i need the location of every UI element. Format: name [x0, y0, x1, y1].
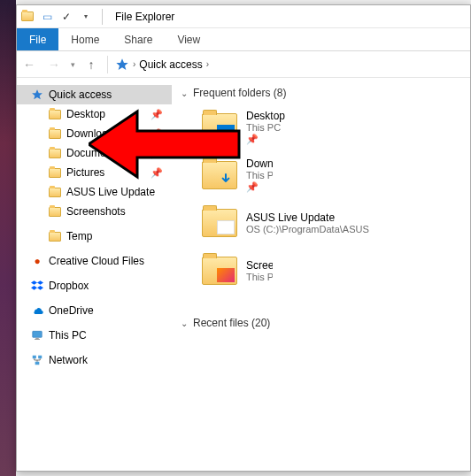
tile-sub: This PC [246, 272, 273, 282]
file-explorer-window: ▭ ✓ ▾ File Explorer File Home Share View… [16, 4, 471, 472]
folder-icon [47, 127, 63, 141]
folder-icon [47, 204, 63, 219]
window-title: File Explorer [115, 11, 174, 23]
sidebar-item-documents[interactable]: Documents 📌 [17, 143, 172, 163]
tile-sub: This PC [246, 122, 285, 133]
back-button[interactable]: ← [17, 51, 42, 78]
section-recent-header[interactable]: ⌄ Recent files (20) [181, 317, 465, 329]
sidebar-item-label: This PC [49, 329, 87, 342]
svg-rect-6 [38, 356, 42, 359]
tile-screenshots[interactable]: Screenshots This PC [202, 251, 273, 290]
qat-properties-icon[interactable]: ▭ [40, 10, 54, 24]
sidebar-item-label: Screenshots [66, 205, 126, 218]
navigation-pane: Quick access Desktop 📌 Downloads 📌 Docum… [17, 78, 172, 471]
window-icon [20, 10, 35, 24]
sidebar-item-pictures[interactable]: Pictures 📌 [17, 163, 172, 182]
sidebar-item-dropbox[interactable]: Dropbox [17, 276, 172, 296]
breadcrumb-root[interactable]: Quick access [139, 58, 202, 71]
sidebar-item-label: Pictures [66, 166, 104, 179]
folder-icon [202, 110, 241, 145]
tab-share[interactable]: Share [112, 28, 165, 50]
network-icon [29, 353, 45, 367]
quick-access-star-icon [115, 58, 129, 72]
pin-icon: 📌 [151, 109, 163, 120]
sidebar-item-desktop[interactable]: Desktop 📌 [17, 104, 172, 124]
dropbox-icon [29, 279, 45, 293]
folder-icon [202, 205, 241, 241]
section-frequent-header[interactable]: ⌄ Frequent folders (8) [181, 87, 465, 99]
svg-marker-0 [116, 58, 127, 70]
sidebar-item-temp[interactable]: Temp [17, 226, 172, 246]
star-icon [29, 88, 45, 102]
sidebar-item-screenshots[interactable]: Screenshots [17, 202, 172, 221]
svg-rect-5 [33, 356, 36, 359]
sidebar-item-label: Network [49, 354, 88, 366]
address-bar: ← → ▾ ↑ › Quick access › [17, 51, 470, 78]
chevron-down-icon: ⌄ [181, 88, 188, 98]
folder-icon [202, 253, 241, 288]
frequent-folders-grid: Desktop This PC 📌 Downloads This PC 📌 [202, 108, 465, 290]
sidebar-item-label: Desktop [66, 108, 105, 120]
tab-view[interactable]: View [165, 28, 212, 50]
tile-sub: OS (C:)\ProgramData\ASUS [246, 224, 369, 234]
titlebar: ▭ ✓ ▾ File Explorer [17, 5, 470, 28]
sidebar-item-label: OneDrive [49, 304, 94, 317]
onedrive-icon [29, 303, 45, 318]
svg-rect-7 [35, 362, 40, 365]
up-button[interactable]: ↑ [79, 51, 104, 78]
tile-asus[interactable]: ASUS Live Update OS (C:)\ProgramData\ASU… [202, 203, 379, 242]
sidebar-item-label: Temp [66, 230, 92, 242]
tile-name: Downloads [246, 157, 273, 170]
desktop-background-strip [0, 0, 16, 476]
chevron-right-icon: › [206, 59, 209, 69]
forward-button[interactable]: → [42, 51, 66, 78]
pin-icon: 📌 [151, 128, 163, 140]
sidebar-item-label: Documents [66, 147, 120, 159]
folder-icon [47, 146, 63, 160]
chevron-right-icon: › [133, 59, 135, 69]
svg-rect-2 [33, 331, 42, 337]
sidebar-item-asus[interactable]: ASUS Live Update [17, 182, 172, 202]
sidebar-item-label: Creative Cloud Files [49, 255, 144, 267]
creative-cloud-icon: ● [29, 254, 45, 268]
folder-icon [47, 107, 63, 121]
chevron-down-icon: ⌄ [181, 319, 188, 328]
sidebar-item-label: Downloads [66, 127, 119, 140]
sidebar-item-onedrive[interactable]: OneDrive [17, 301, 172, 320]
section-label: Frequent folders (8) [193, 87, 286, 99]
folder-icon [47, 165, 63, 180]
folder-icon [47, 229, 63, 243]
sidebar-item-downloads[interactable]: Downloads 📌 [17, 124, 172, 143]
tile-downloads[interactable]: Downloads This PC 📌 [202, 156, 273, 195]
pin-icon: 📌 [151, 167, 163, 179]
breadcrumb[interactable]: › Quick access › [115, 58, 209, 72]
sidebar-item-network[interactable]: Network [17, 350, 172, 370]
tile-name: Desktop [246, 110, 285, 122]
qat-dropdown-icon[interactable]: ▾ [79, 10, 93, 24]
svg-rect-3 [35, 338, 39, 339]
sidebar-item-this-pc[interactable]: This PC [17, 326, 172, 345]
pin-icon: 📌 [246, 181, 273, 193]
folder-icon [202, 157, 241, 193]
svg-marker-1 [32, 89, 42, 99]
tile-name: Screenshots [246, 259, 273, 272]
sidebar-item-quick-access[interactable]: Quick access [17, 85, 172, 104]
ribbon-tabs: File Home Share View [17, 28, 470, 51]
sidebar-item-label: ASUS Live Update [66, 186, 155, 198]
tile-desktop[interactable]: Desktop This PC 📌 [202, 108, 379, 147]
sidebar-item-label: Quick access [49, 88, 112, 101]
folder-icon [47, 185, 63, 199]
recent-dropdown[interactable]: ▾ [66, 51, 79, 78]
qat-newfolder-icon[interactable]: ✓ [59, 10, 73, 24]
this-pc-icon [29, 328, 45, 342]
sidebar-item-creative-cloud[interactable]: ● Creative Cloud Files [17, 251, 172, 271]
pin-icon: 📌 [246, 134, 285, 145]
sidebar-item-label: Dropbox [49, 280, 89, 292]
tile-name: ASUS Live Update [246, 211, 369, 224]
tab-home[interactable]: Home [58, 28, 112, 50]
tile-sub: This PC [246, 170, 273, 180]
section-label: Recent files (20) [193, 317, 270, 329]
tab-file[interactable]: File [17, 28, 58, 50]
pin-icon: 📌 [151, 148, 163, 159]
content-pane: ⌄ Frequent folders (8) Desktop This PC 📌 [172, 78, 470, 471]
